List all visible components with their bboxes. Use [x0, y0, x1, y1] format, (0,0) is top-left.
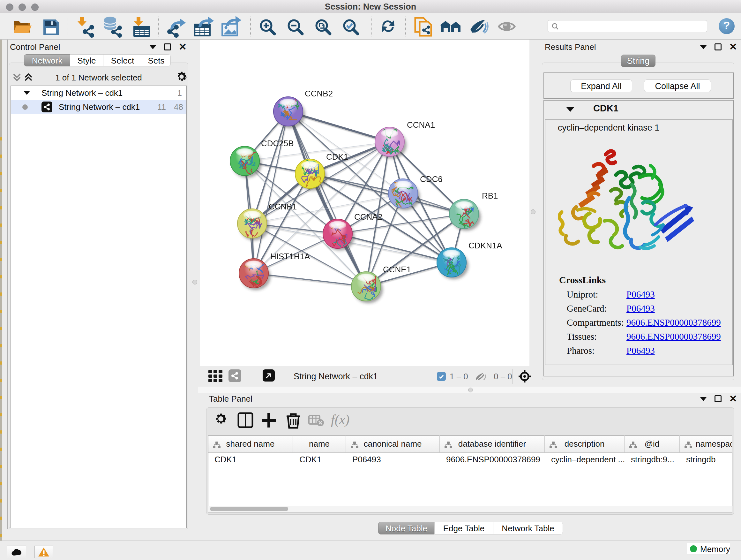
svg-text:CDC6: CDC6	[420, 174, 443, 184]
svg-text:CDC25B: CDC25B	[261, 138, 294, 148]
svg-text:HIST1H1A: HIST1H1A	[270, 252, 310, 261]
svg-text:CCNA2: CCNA2	[354, 212, 382, 222]
svg-text:CDKN1A: CDKN1A	[468, 241, 502, 250]
svg-text:CCNB2: CCNB2	[305, 89, 333, 98]
svg-text:CDK1: CDK1	[326, 152, 348, 162]
svg-text:RB1: RB1	[482, 191, 498, 200]
svg-text:CCNE1: CCNE1	[383, 265, 411, 274]
svg-text:CCNB1: CCNB1	[269, 202, 297, 211]
svg-text:f(x): f(x)	[331, 412, 349, 427]
svg-text:CCNA1: CCNA1	[407, 120, 435, 130]
